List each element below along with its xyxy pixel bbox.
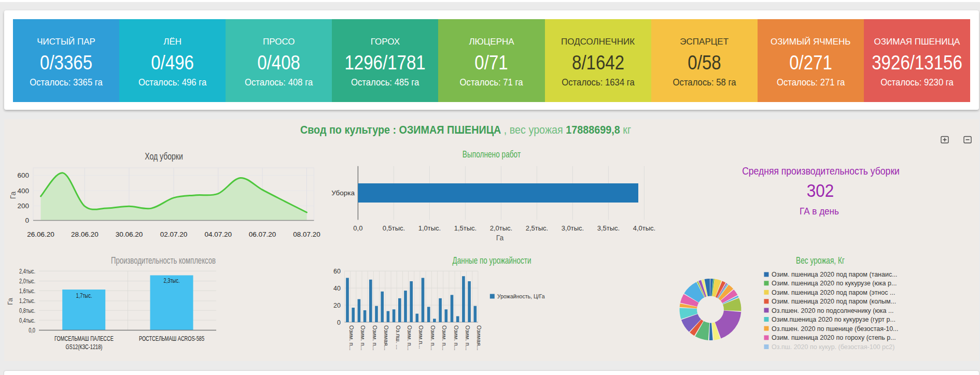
svg-text:Озим. пшеница 2020 под паром (: Озим. пшеница 2020 под паром (этнос ... xyxy=(772,289,895,296)
svg-text:1,0тыс.: 1,0тыс. xyxy=(418,224,441,232)
svg-text:4,0тыс.: 4,0тыс. xyxy=(633,224,655,232)
svg-text:Оз.пшен. 2020 по пшенице (безо: Оз.пшен. 2020 по пшенице (безостая-10... xyxy=(772,325,899,333)
svg-text:ГОМСЕЛЬМАШ ПАЛЕССЕ: ГОМСЕЛЬМАШ ПАЛЕССЕ xyxy=(54,335,114,342)
svg-text:2,4тыс.: 2,4тыс. xyxy=(19,267,35,275)
svg-text:302: 302 xyxy=(807,180,834,200)
svg-text:0: 0 xyxy=(25,217,29,224)
svg-text:1,7тыс.: 1,7тыс. xyxy=(76,292,92,299)
svg-text:0,0: 0,0 xyxy=(353,224,362,232)
svg-text:1,6тыс.: 1,6тыс. xyxy=(19,287,35,294)
svg-text:Свод по культуре : ОЗИМАЯ ПШЕН: Свод по культуре : ОЗИМАЯ ПШЕНИЦА , вес … xyxy=(300,123,631,136)
svg-text:Ход уборки: Ход уборки xyxy=(145,151,183,161)
svg-text:ГА в день: ГА в день xyxy=(800,206,839,217)
svg-text:30.06.20: 30.06.20 xyxy=(116,230,143,238)
svg-text:Озим. п...: Озим. п... xyxy=(465,325,471,351)
svg-text:0,0: 0,0 xyxy=(29,327,35,334)
svg-text:Озим. п...: Озим. п... xyxy=(372,325,378,351)
svg-text:0,8тыс.: 0,8тыс. xyxy=(19,307,35,314)
svg-text:08.07.20: 08.07.20 xyxy=(293,230,320,238)
svg-text:Озим. п...: Озим. п... xyxy=(430,325,436,351)
svg-text:40: 40 xyxy=(333,285,341,292)
svg-text:2,0тыс.: 2,0тыс. xyxy=(19,278,35,285)
svg-text:1,2тыс.: 1,2тыс. xyxy=(19,297,35,305)
svg-text:Средняя производительность убо: Средняя производительность уборки xyxy=(742,165,900,177)
svg-text:Га: Га xyxy=(496,234,504,242)
svg-text:02.07.20: 02.07.20 xyxy=(160,230,188,238)
svg-text:1,5тыс.: 1,5тыс. xyxy=(454,224,477,232)
svg-text:Озим. пшеница 2020 под паром (: Озим. пшеница 2020 под паром (колым... xyxy=(772,298,896,305)
svg-text:Озим. п...: Озим. п... xyxy=(441,325,447,351)
svg-text:Га: Га xyxy=(9,192,17,199)
svg-text:06.07.20: 06.07.20 xyxy=(249,230,276,238)
svg-text:28.06.20: 28.06.20 xyxy=(71,230,99,238)
svg-text:Озимая...: Озимая... xyxy=(476,325,482,351)
svg-text:Выполнено работ: Выполнено работ xyxy=(463,149,521,159)
svg-text:Уборка: Уборка xyxy=(331,189,355,197)
svg-text:2,3тыс.: 2,3тыс. xyxy=(164,277,180,284)
svg-text:Озим. пшеница 2020 по гороху (: Озим. пшеница 2020 по гороху (степь р... xyxy=(772,334,896,341)
svg-text:600: 600 xyxy=(17,171,29,179)
svg-text:Озим. п...: Озим. п... xyxy=(348,325,355,351)
svg-text:Оз.пш. ...: Оз.пш. ... xyxy=(395,325,401,350)
svg-text:Производительность комплексов: Производительность комплексов xyxy=(111,255,216,265)
svg-text:04.07.20: 04.07.20 xyxy=(204,230,232,238)
svg-text:Урожайность, Ц/Га: Урожайность, Ц/Га xyxy=(497,293,545,299)
svg-text:0: 0 xyxy=(337,319,341,326)
svg-text:РОСТСЕЛЬМАШ ACROS-585: РОСТСЕЛЬМАШ ACROS-585 xyxy=(139,335,204,342)
svg-text:Данные по урожайности: Данные по урожайности xyxy=(453,255,531,265)
svg-text:Озим. пшеница 2020 под паром (: Озим. пшеница 2020 под паром (танаис... xyxy=(772,271,898,278)
svg-text:Озим. п...: Озим. п... xyxy=(407,325,413,351)
svg-text:3,5тыс.: 3,5тыс. xyxy=(597,224,620,232)
svg-text:Озим.пшеница 2020 по кукурузе: Озим.пшеница 2020 по кукурузе (гурт р... xyxy=(772,316,895,323)
svg-text:200: 200 xyxy=(17,202,29,210)
svg-text:Озим. пшеница 2020 по кукурузе: Озим. пшеница 2020 по кукурузе (юка р... xyxy=(772,280,897,287)
svg-text:2,0тыс.: 2,0тыс. xyxy=(490,224,512,232)
svg-text:400: 400 xyxy=(17,187,29,195)
svg-text:20: 20 xyxy=(333,302,341,309)
svg-text:Оз.пшен. 2020 по подсолнечнику: Оз.пшен. 2020 по подсолнечнику (юка ... xyxy=(772,307,893,314)
svg-text:Озим. п...: Озим. п... xyxy=(360,325,366,351)
svg-text:60: 60 xyxy=(333,268,341,275)
svg-text:Озимая...: Озимая... xyxy=(383,325,389,351)
svg-text:Озим.п...: Озим.п... xyxy=(418,325,424,349)
svg-text:0,4тыс.: 0,4тыс. xyxy=(19,316,35,324)
svg-text:0,5тыс.: 0,5тыс. xyxy=(383,224,405,232)
svg-text:2,5тыс.: 2,5тыс. xyxy=(526,224,548,232)
svg-text:Га: Га xyxy=(6,297,14,305)
svg-text:Озим. п...: Озим. п... xyxy=(453,325,459,351)
svg-text:Вес урожая, Кг: Вес урожая, Кг xyxy=(796,255,845,265)
svg-text:3,0тыс.: 3,0тыс. xyxy=(562,224,584,232)
svg-text:26.06.20: 26.06.20 xyxy=(27,230,54,238)
svg-text:Оз.пш. 2020 по кукур. (безоста: Оз.пш. 2020 по кукур. (безостая-100 рс2) xyxy=(772,343,894,351)
svg-text:GS12(КЗС-1218): GS12(КЗС-1218) xyxy=(66,343,103,351)
